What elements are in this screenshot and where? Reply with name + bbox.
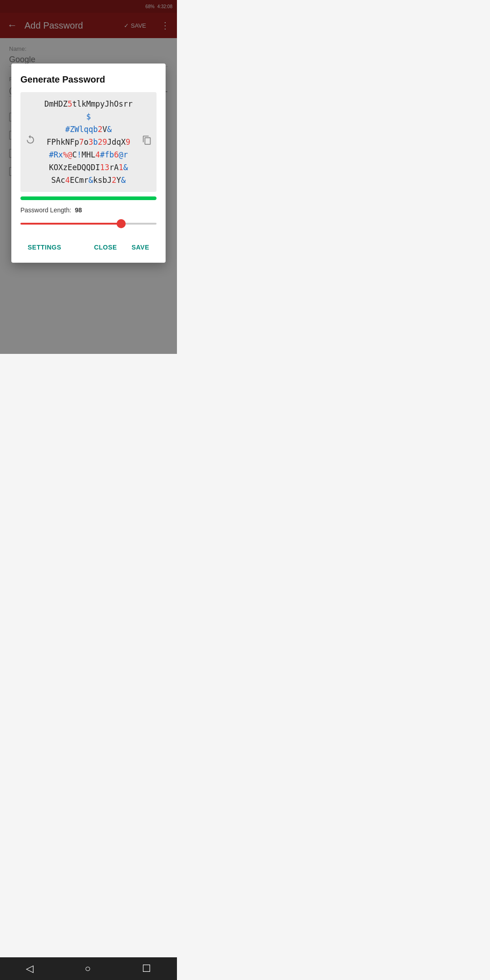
password-text: DmHDZ5tlkMmpyJhOsrr$#ZWlqqb2V&FPhkNFp7o3… (28, 98, 149, 186)
close-button[interactable]: CLOSE (87, 239, 124, 255)
password-length-value: 98 (75, 206, 82, 214)
strength-bar-container (20, 196, 157, 200)
dialog-actions: SETTINGS CLOSE SAVE (20, 235, 157, 255)
generate-password-dialog: Generate Password DmHDZ5tlkMmpyJhOsrr$#Z… (11, 64, 166, 263)
refresh-button[interactable] (25, 134, 36, 150)
dialog-title: Generate Password (20, 74, 157, 85)
password-length-slider[interactable] (20, 223, 157, 225)
password-display: DmHDZ5tlkMmpyJhOsrr$#ZWlqqb2V&FPhkNFp7o3… (20, 92, 157, 192)
password-length-label: Password Length: (20, 206, 71, 214)
dialog-save-button[interactable]: SAVE (124, 239, 157, 255)
dialog-overlay: Generate Password DmHDZ5tlkMmpyJhOsrr$#Z… (0, 0, 177, 354)
settings-button[interactable]: SETTINGS (20, 239, 69, 255)
copy-button[interactable] (142, 135, 152, 149)
page-wrapper: 68% 4:32:08 ← Add Password ✓ SAVE ⋮ Name… (0, 0, 177, 354)
strength-bar-fill (20, 196, 157, 200)
password-length-slider-container (20, 218, 157, 226)
password-length-row: Password Length: 98 (20, 206, 157, 214)
